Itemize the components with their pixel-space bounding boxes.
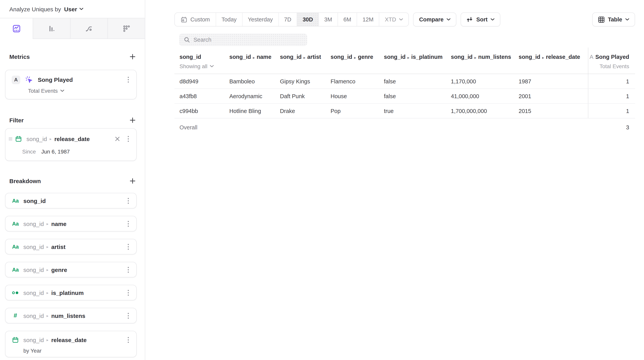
- breakdown-menu-button[interactable]: [126, 219, 131, 228]
- column-header-song_id-num_listens[interactable]: song_id▸num_listens: [451, 48, 519, 74]
- breakdown-card-song_id[interactable]: Aasong_id: [5, 193, 137, 208]
- date-range-custom[interactable]: Custom: [175, 13, 216, 26]
- column-header-song_id-is_platinum[interactable]: song_id▸is_platinum: [384, 48, 451, 74]
- header-text: song_id: [519, 54, 540, 60]
- date-range-label: 7D: [284, 16, 291, 23]
- report-toolbar: CustomTodayYesterday7D30D3M6M12MXTD Comp…: [174, 13, 635, 27]
- analyze-entity-dropdown[interactable]: User: [64, 6, 83, 12]
- aggregation-dropdown[interactable]: Total Events: [28, 88, 131, 94]
- cell-song_id-num_listens: 41,000,000: [451, 93, 519, 99]
- breakdown-property: Aasong_id: [12, 196, 131, 205]
- breakdown-menu-button[interactable]: [126, 335, 131, 344]
- tab-insights[interactable]: [0, 18, 33, 39]
- insights-icon: [12, 24, 21, 33]
- breakdown-card-genre[interactable]: Aasong_id▸genre: [5, 262, 137, 277]
- filter-card[interactable]: song_id ▸ release_date Since Jun 6, 1987: [5, 128, 137, 161]
- chart-view-dropdown[interactable]: Table: [592, 13, 635, 27]
- breakdown-menu-button[interactable]: [126, 196, 131, 205]
- column-header-song_id[interactable]: song_idShowing all: [174, 48, 229, 74]
- cell-metric-value: 1: [588, 89, 635, 103]
- column-header-song_id-name[interactable]: song_id▸name: [229, 48, 280, 74]
- add-metric-button[interactable]: [130, 54, 136, 59]
- property-arrow-icon: ▸: [474, 56, 476, 60]
- search-box[interactable]: [179, 34, 307, 46]
- date-range-30d[interactable]: 30D: [297, 13, 318, 26]
- metric-header-name: Song Played: [595, 54, 629, 60]
- aggregation-value: Total Events: [28, 88, 58, 94]
- drag-handle-icon[interactable]: [8, 137, 12, 141]
- date-range-label: Custom: [190, 16, 210, 23]
- breakdown-card-name[interactable]: Aasong_id▸name: [5, 216, 137, 231]
- breakdown-card-num_listens[interactable]: #song_id▸num_listens: [5, 308, 137, 323]
- metric-header-aggregation: Total Events: [588, 63, 629, 69]
- add-filter-button[interactable]: [130, 117, 136, 123]
- table-row: c994bbHotline BlingDrakePoptrue1,700,000…: [174, 104, 635, 118]
- metric-header-letter: A: [590, 54, 594, 60]
- query-builder-sidebar: Analyze Uniques by User Metrics A Song P…: [0, 0, 145, 360]
- property-parent: song_id: [23, 312, 44, 319]
- metric-row: A Song Played: [12, 75, 131, 84]
- add-breakdown-button[interactable]: [130, 178, 136, 184]
- column-header-song_id-genre[interactable]: song_id▸genre: [330, 48, 384, 74]
- results-table: song_idShowing allsong_id▸namesong_id▸ar…: [174, 48, 635, 136]
- breakdown-title: Breakdown: [9, 177, 41, 184]
- chevron-down-icon: [625, 18, 629, 21]
- table-grid-icon: [598, 16, 605, 23]
- date-range-xtd[interactable]: XTD: [379, 13, 409, 26]
- property-parent: song_id: [23, 220, 44, 227]
- retention-icon: [122, 24, 130, 33]
- property-type-text-icon: Aa: [12, 221, 19, 227]
- header-text: genre: [358, 54, 373, 60]
- breakdown-card-is_platinum[interactable]: song_id▸is_platinum: [5, 285, 137, 300]
- date-range-yesterday[interactable]: Yesterday: [242, 13, 278, 26]
- filter-property-name: release_date: [54, 136, 90, 142]
- chevron-down-icon: [210, 65, 214, 67]
- tab-retention[interactable]: [108, 18, 145, 39]
- filter-menu-button[interactable]: [126, 134, 131, 143]
- breakdown-property: #song_id▸num_listens: [12, 311, 131, 320]
- property-arrow-icon: ▸: [253, 56, 255, 60]
- filter-value[interactable]: Jun 6, 1987: [41, 148, 70, 155]
- tab-flows[interactable]: [70, 18, 108, 39]
- breakdown-menu-button[interactable]: [126, 265, 131, 274]
- metrics-title: Metrics: [9, 53, 30, 60]
- compare-button[interactable]: Compare: [413, 13, 456, 27]
- sort-button[interactable]: Sort: [460, 13, 500, 27]
- column-header-metric[interactable]: ASong Played Total Events: [588, 48, 635, 74]
- column-header-song_id-artist[interactable]: song_id▸artist: [280, 48, 330, 74]
- cell-song_id: d8d949: [174, 78, 229, 84]
- cell-song_id-num_listens: 1,700,000,000: [451, 108, 519, 114]
- breakdown-card-artist[interactable]: Aasong_id▸artist: [5, 239, 137, 254]
- table-body: d8d949BamboleoGipsy KingsFlamencofalse1,…: [174, 74, 635, 118]
- showing-all-dropdown[interactable]: Showing all: [180, 63, 229, 69]
- date-range-12m[interactable]: 12M: [357, 13, 379, 26]
- metric-card[interactable]: A Song Played Total Events: [5, 70, 137, 99]
- search-input[interactable]: [194, 37, 302, 43]
- tab-bars[interactable]: [33, 18, 70, 39]
- property-arrow-icon: ▸: [46, 221, 48, 226]
- cell-song_id-release_date: 2001: [519, 93, 588, 99]
- column-header-song_id-release_date[interactable]: song_id▸release_date: [519, 48, 588, 74]
- column-header-label: song_id▸artist: [280, 54, 330, 60]
- breakdown-card-release_date[interactable]: song_id▸release_dateby Year: [5, 331, 137, 357]
- breakdown-menu-button[interactable]: [126, 288, 131, 297]
- sort-arrows-icon: [466, 16, 473, 23]
- metric-menu-button[interactable]: [126, 75, 131, 84]
- date-range-3m[interactable]: 3M: [318, 13, 338, 26]
- property-parent: song_id: [23, 337, 44, 343]
- flows-icon: [85, 24, 93, 33]
- breakdown-menu-button[interactable]: [126, 242, 131, 251]
- chevron-down-icon: [80, 8, 83, 10]
- filter-title: Filter: [9, 117, 24, 123]
- analyze-entity-value: User: [64, 6, 77, 12]
- cell-song_id-artist: Daft Punk: [280, 93, 330, 99]
- filter-property-row: song_id ▸ release_date: [8, 134, 131, 143]
- date-range-6m[interactable]: 6M: [338, 13, 357, 26]
- date-range-7d[interactable]: 7D: [278, 13, 297, 26]
- breakdown-section-title: Breakdown: [9, 177, 136, 184]
- date-range-today[interactable]: Today: [216, 13, 242, 26]
- breakdown-menu-button[interactable]: [126, 311, 131, 320]
- filter-operator-dropdown[interactable]: Since: [22, 148, 41, 155]
- remove-filter-button[interactable]: [114, 135, 121, 143]
- insights-report: Analyze Uniques by User Metrics A Song P…: [0, 0, 644, 360]
